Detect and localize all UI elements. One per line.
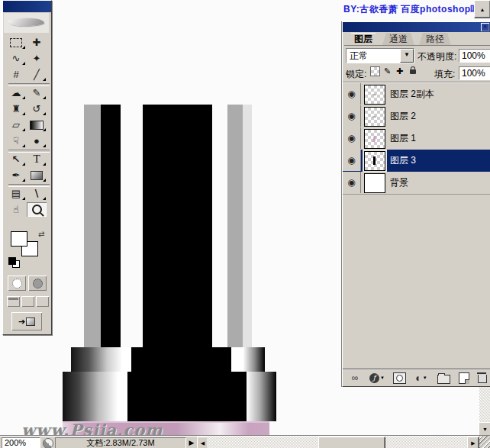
jump-to-imageready-button[interactable]: ➔: [11, 312, 42, 330]
smudge-tool[interactable]: ☟: [6, 134, 26, 148]
panel-tabs: 图层 通道 路径: [344, 32, 490, 46]
new-layer-icon[interactable]: [454, 371, 474, 385]
pen-tool[interactable]: ✒: [6, 168, 26, 182]
up-arrow-icon: ▲: [480, 7, 485, 12]
visibility-toggle[interactable]: ◉: [343, 105, 361, 127]
swap-colors-icon[interactable]: ⇄: [38, 230, 44, 238]
imageready-icon: [26, 317, 35, 326]
clone-stamp-tool[interactable]: ♜: [6, 102, 26, 116]
lock-position-icon[interactable]: ✚: [396, 66, 403, 76]
default-colors-icon[interactable]: [8, 257, 21, 268]
layer-name[interactable]: 图层 2副本: [390, 83, 434, 105]
healing-brush-tool[interactable]: ☁: [6, 85, 26, 100]
layer-style-icon[interactable]: ƒ▼: [366, 371, 388, 385]
tab-paths[interactable]: 路径: [419, 33, 451, 45]
layer-name[interactable]: 背景: [390, 172, 408, 193]
vertical-scroll-down-button[interactable]: ▼: [479, 422, 490, 437]
layer-thumbnail[interactable]: [364, 151, 385, 171]
tab-channels[interactable]: 通道: [382, 33, 414, 45]
status-popout-arrow-icon[interactable]: ▶: [187, 438, 196, 447]
eye-icon: ◉: [347, 133, 355, 143]
layer-row[interactable]: ◉ 图层 1: [343, 127, 490, 150]
panel-close-button[interactable]: ×: [481, 23, 489, 31]
artwork-base-left: [63, 372, 127, 421]
path-selection-tool[interactable]: ↖: [6, 152, 26, 166]
layers-panel: × 图层 通道 路径 正常 ▼ 不透明度: 100% 锁定: ✎ ✚ 填充: 1…: [342, 21, 490, 387]
layer-thumbnail[interactable]: [364, 173, 385, 193]
layer-name[interactable]: 图层 1: [390, 127, 416, 149]
layer-row[interactable]: ◉ 图层 2副本: [343, 83, 490, 106]
panel-titlebar[interactable]: ×: [343, 22, 490, 32]
hscroll-thumb[interactable]: [318, 437, 385, 448]
blend-mode-value: 正常: [347, 50, 400, 63]
layer-row-selected[interactable]: ◉ 图层 3: [343, 150, 490, 172]
dropdown-arrow-icon[interactable]: ▼: [400, 49, 414, 63]
lock-paint-icon[interactable]: ✎: [384, 66, 391, 76]
history-brush-tool[interactable]: ↺: [27, 102, 47, 116]
fill-field[interactable]: 100%: [459, 66, 490, 80]
layer-row[interactable]: ◉ 图层 2: [343, 105, 490, 128]
magic-wand-tool[interactable]: ✦: [27, 51, 47, 66]
dodge-tool[interactable]: ●: [27, 134, 47, 148]
opacity-field[interactable]: 100%: [459, 49, 490, 63]
add-mask-icon[interactable]: [388, 371, 410, 385]
vertical-scroll-up-button[interactable]: ▲: [474, 0, 490, 18]
blend-mode-dropdown[interactable]: 正常 ▼: [346, 48, 414, 63]
layer-row[interactable]: ◉ 背景: [343, 172, 490, 195]
delete-layer-icon[interactable]: [474, 371, 490, 385]
visibility-toggle[interactable]: ◉: [343, 127, 361, 149]
window-resize-grip[interactable]: [479, 436, 490, 448]
rectangular-marquee-tool[interactable]: [6, 35, 26, 50]
shape-icon: [31, 171, 43, 180]
hscroll-right-button[interactable]: ▶: [467, 437, 479, 448]
shape-tool[interactable]: [27, 168, 47, 182]
toolbox-titlebar[interactable]: [3, 1, 51, 12]
document-size-indicator[interactable]: 文档:2.83M/2.73M: [55, 437, 186, 448]
visibility-toggle[interactable]: ◉: [343, 172, 361, 193]
layer-thumbnail[interactable]: [364, 107, 385, 127]
photoshop-logo: [4, 13, 49, 33]
quick-mask-mode-button[interactable]: [28, 276, 47, 291]
feather-icon: [8, 15, 44, 29]
hand-tool[interactable]: ☝: [6, 202, 26, 217]
visibility-toggle[interactable]: ◉: [343, 150, 361, 171]
layer-thumbnail[interactable]: [364, 85, 385, 105]
fullscreen-mode-button[interactable]: [36, 296, 49, 307]
vertical-scrollbar-track[interactable]: [479, 385, 490, 422]
standard-screen-mode-button[interactable]: [7, 296, 20, 307]
move-tool[interactable]: ✚: [27, 35, 47, 50]
left-arrow-icon: ◀: [201, 440, 205, 446]
layer-thumbnail[interactable]: [364, 129, 385, 149]
notes-tool[interactable]: ▤: [6, 186, 26, 201]
artwork-base-center: [127, 372, 247, 421]
layer-name[interactable]: 图层 3: [390, 150, 416, 171]
lasso-tool[interactable]: ∿: [6, 51, 26, 66]
adjustment-layer-icon[interactable]: ◐▼: [410, 371, 433, 385]
artwork-stripe-black-left: [101, 105, 121, 347]
type-tool[interactable]: T: [27, 152, 47, 166]
magnifier-icon: [32, 205, 42, 214]
new-group-icon[interactable]: [433, 371, 454, 385]
visibility-toggle[interactable]: ◉: [343, 83, 361, 105]
lock-all-icon[interactable]: [410, 69, 416, 74]
standard-mode-button[interactable]: [8, 276, 26, 291]
zoom-tool[interactable]: [27, 202, 47, 217]
link-layers-icon[interactable]: ∞: [343, 371, 366, 385]
fullscreen-menubar-mode-button[interactable]: [21, 296, 34, 307]
standard-mode-icon: [12, 279, 22, 288]
foreground-color-swatch[interactable]: [11, 231, 27, 247]
gradient-tool[interactable]: [27, 118, 47, 132]
quick-mask-icon: [33, 279, 43, 288]
eyedropper-tool[interactable]: ∖: [27, 186, 47, 201]
tab-layers[interactable]: 图层: [347, 33, 379, 45]
down-arrow-icon: ▼: [482, 427, 488, 432]
brush-tool[interactable]: ✎: [27, 85, 47, 100]
eraser-tool[interactable]: ▱: [6, 118, 26, 132]
lock-transparency-icon[interactable]: [370, 66, 380, 76]
layer-name[interactable]: 图层 2: [390, 105, 416, 127]
artwork-stripe-lightgray-right: [243, 105, 252, 347]
crop-tool[interactable]: #: [6, 67, 26, 82]
right-arrow-icon: ▶: [471, 440, 475, 446]
zoom-level-field[interactable]: 200%: [2, 437, 40, 448]
slice-tool[interactable]: ╱: [27, 67, 47, 82]
